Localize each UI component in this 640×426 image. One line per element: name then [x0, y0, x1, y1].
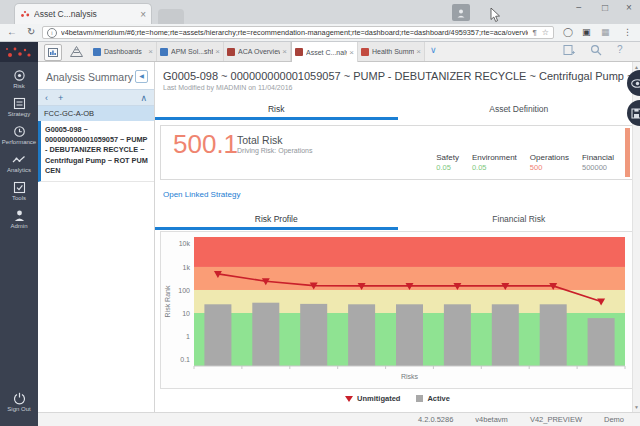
tree-node-selected[interactable]: G0005-098 ~ 000000000001059057 ~ PUMP - … — [38, 121, 154, 182]
help-button[interactable]: ? — [617, 44, 623, 55]
browser-refresh-button[interactable]: ↻ — [27, 26, 35, 37]
bookmark-star-icon[interactable]: ☆ — [542, 28, 549, 37]
total-risk-card: 500.1 Total Risk Driving Risk: Operation… — [160, 125, 633, 180]
save-disk-icon — [631, 108, 640, 119]
tree-node-root[interactable]: FCC-GC-A-OB — [38, 106, 154, 121]
tab-overflow-chevron-icon[interactable]: ∨ — [430, 45, 437, 55]
extension-square-icon[interactable]: ▣ — [582, 27, 591, 37]
legend-active[interactable]: Active — [416, 394, 450, 403]
mouse-cursor — [490, 8, 501, 23]
tree-add-icon[interactable]: + — [58, 93, 63, 103]
sidebar-item-tools[interactable]: Tools — [0, 181, 38, 201]
panel-title: Analysis Summary — [46, 71, 133, 83]
browser-back-button[interactable]: ← — [7, 26, 17, 37]
legend-unmitigated[interactable]: Unmitigated — [345, 394, 400, 403]
window-minimize-button[interactable]: − — [570, 2, 588, 13]
sign-out-power-icon — [13, 392, 26, 405]
sidebar-item-risk[interactable]: Risk — [0, 69, 38, 89]
app-tab-aca-overview[interactable]: ACA Overview × — [224, 42, 291, 61]
tab-risk-profile[interactable]: Risk Profile — [155, 210, 398, 230]
main-tabs: Risk Asset Definition — [155, 100, 640, 120]
browser-urlbar: ← ↻ i v4betavm/meridium/#6;rte=home;rte=… — [0, 24, 640, 42]
chart-legend: Unmitigated Active — [155, 394, 640, 403]
dashboard-tab-icon — [160, 48, 168, 56]
extension-grid-icon[interactable]: ▦ — [601, 27, 610, 37]
app-tab-dashboards[interactable]: Dashboards × — [90, 42, 157, 61]
tree-back-icon[interactable]: ‹ — [45, 93, 48, 103]
admin-person-icon — [13, 209, 26, 222]
browser-tab-title: Asset C...nalysis — [34, 9, 136, 19]
browser-menu-icon[interactable]: ⋮ — [623, 27, 632, 37]
sidebar-item-analytics[interactable]: Analytics — [0, 153, 38, 173]
window-close-button[interactable]: × — [620, 2, 638, 13]
tab-risk[interactable]: Risk — [155, 100, 398, 120]
new-document-icon — [563, 44, 575, 56]
tree-collapse-icon[interactable]: ∧ — [140, 93, 147, 103]
app-header: Dashboards × APM Sol...shboard × ACA Ove… — [0, 42, 640, 62]
aca-tab-icon — [295, 48, 303, 56]
search-icon — [590, 44, 602, 56]
extension-circle-icon[interactable]: ◯ — [563, 27, 573, 37]
tab-close-icon[interactable]: × — [349, 48, 354, 57]
metric-environment: Environment 0.05 — [472, 153, 517, 172]
svg-text:1: 1 — [186, 333, 190, 340]
risk-metrics: Safety 0.05 Environment 0.05 Operations … — [436, 153, 614, 172]
sidebar-item-admin[interactable]: Admin — [0, 209, 38, 229]
svg-text:1k: 1k — [183, 264, 191, 271]
home-dashboard-icon — [48, 48, 58, 57]
datasource-text: Demo — [604, 415, 624, 424]
panel-collapse-icon[interactable]: ◀ — [135, 70, 148, 83]
app-sidebar: Risk Strategy Performance Analytics — [0, 62, 38, 426]
browser-tab[interactable]: Asset C...nalysis × — [14, 3, 152, 24]
last-modified-text: Last Modified by MIADMIN on 11/04/2016 — [163, 84, 632, 91]
open-linked-strategy-link[interactable]: Open Linked Strategy — [163, 190, 240, 199]
browser-profile-button[interactable] — [452, 4, 470, 21]
meridium-favicon — [20, 9, 30, 19]
tab-close-icon[interactable]: × — [215, 47, 220, 56]
svg-text:Risk Rank: Risk Rank — [164, 285, 171, 317]
driving-risk-label: Driving Risk: Operations — [237, 147, 312, 154]
strategy-icon — [13, 97, 26, 110]
sidebar-item-strategy[interactable]: Strategy — [0, 97, 38, 117]
sidebar-item-performance[interactable]: Performance — [0, 125, 38, 145]
new-tab-button[interactable] — [158, 9, 184, 24]
app-tab-health-summary[interactable]: Health Summary × — [358, 42, 425, 61]
svg-text:10k: 10k — [179, 240, 191, 247]
hierarchy-pyramid-icon — [70, 46, 83, 57]
unmitigated-marker-icon — [345, 396, 353, 402]
application-window: Asset C...nalysis × − □ × ← ↻ i v4betavm… — [0, 0, 640, 426]
risk-profile-chart[interactable]: 10k1k1001010.1RisksRisk Rank — [160, 231, 633, 389]
new-page-button[interactable] — [563, 44, 575, 58]
window-maximize-button[interactable]: □ — [596, 2, 614, 13]
sidebar-item-sign-out[interactable]: Sign Out — [0, 392, 38, 412]
tab-close-icon[interactable]: × — [282, 47, 287, 56]
meridium-logo[interactable] — [0, 42, 38, 62]
tab-close-icon[interactable]: × — [148, 47, 153, 56]
metric-financial: Financial 500000 — [582, 153, 614, 172]
svg-text:0.1: 0.1 — [180, 356, 190, 363]
tab-close-icon[interactable]: × — [416, 47, 421, 56]
app-tab-apm-solution-dashboard[interactable]: APM Sol...shboard × — [157, 42, 224, 61]
reader-mode-icon[interactable]: ¶ — [533, 28, 537, 37]
tab-financial-risk[interactable]: Financial Risk — [398, 210, 640, 230]
tab-close-icon[interactable]: × — [140, 9, 146, 20]
scroll-down-icon[interactable]: ▼ — [633, 404, 640, 410]
dashboard-tab-icon — [93, 48, 101, 56]
app-tab-asset-criticality-analysis[interactable]: Asset C...nalysis × — [291, 42, 358, 62]
main-content: G0005-098 ~ 000000000001059057 ~ PUMP - … — [155, 62, 640, 412]
server-text: v4betavm — [475, 415, 508, 424]
risk-icon — [13, 69, 26, 82]
tab-asset-definition[interactable]: Asset Definition — [398, 100, 640, 120]
eye-icon — [631, 79, 640, 88]
page-info-icon[interactable]: i — [47, 28, 57, 38]
page-title: G0005-098 ~ 000000000001059057 ~ PUMP - … — [163, 70, 630, 82]
home-button[interactable] — [44, 44, 62, 61]
total-risk-label: Total Risk — [237, 134, 312, 146]
address-bar[interactable]: i v4betavm/meridium/#6;rte=home;rte=asse… — [42, 26, 554, 39]
panel-toolbar: ‹ + ∧ — [38, 89, 154, 106]
status-bar: 4.2.0.5286 v4betavm V42_PREVIEW Demo — [38, 412, 640, 426]
url-text: v4betavm/meridium/#6;rte=home;rte=assets… — [61, 28, 528, 37]
asset-hierarchy-button[interactable] — [68, 44, 84, 59]
search-button[interactable] — [590, 44, 602, 58]
total-risk-value: 500.1 — [173, 129, 238, 160]
